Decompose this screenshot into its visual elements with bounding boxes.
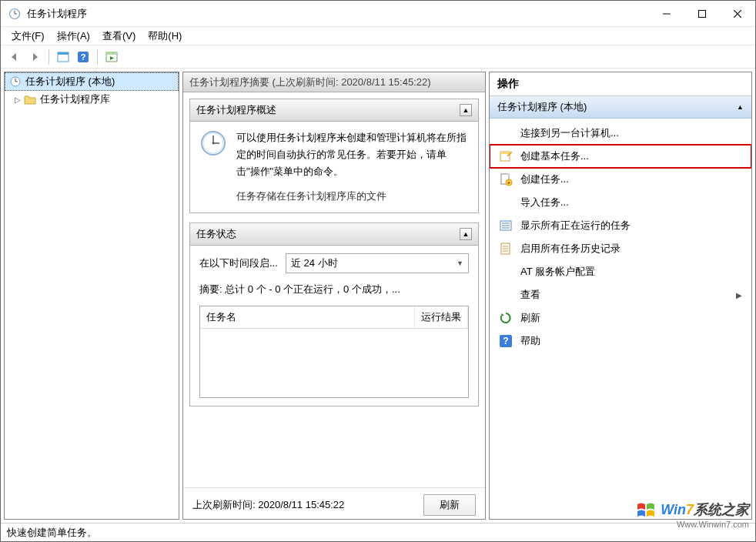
actions-section-header[interactable]: 任务计划程序 (本地) ▲ <box>490 96 751 119</box>
action-show-running[interactable]: 显示所有正在运行的任务 <box>490 214 751 237</box>
action-label: 刷新 <box>520 311 540 325</box>
action-label: 创建任务... <box>520 172 569 186</box>
tree-root[interactable]: 任务计划程序 (本地) <box>5 72 179 91</box>
svg-rect-8 <box>58 52 69 55</box>
svg-point-20 <box>212 142 215 145</box>
blank-icon <box>499 126 513 140</box>
overview-footer: 任务存储在任务计划程序库的文件 <box>236 188 469 205</box>
overview-body: 可以使用任务计划程序来创建和管理计算机将在所指定的时间自动执行的常见任务。若要开… <box>190 122 478 212</box>
statusbar: 快速创建简单任务。 <box>1 523 755 541</box>
tree-library[interactable]: ▷ 任务计划程序库 <box>5 91 179 108</box>
action-create-basic[interactable]: 创建基本任务... <box>490 145 751 168</box>
svg-text:✦: ✦ <box>507 180 511 186</box>
action-label: 创建基本任务... <box>520 149 589 163</box>
refresh-icon <box>499 311 513 325</box>
overview-group: 任务计划程序概述 ▲ 可以使用任务计划程序来创建和管理计算机将在所指定的时间自动… <box>189 99 479 213</box>
toolbar-help-button[interactable]: ? <box>74 48 92 66</box>
table-header-row: 任务名 运行结果 <box>200 306 468 329</box>
action-create-task[interactable]: ✦创建任务... <box>490 168 751 191</box>
folder-icon <box>23 93 37 105</box>
refresh-button[interactable]: 刷新 <box>423 494 476 516</box>
actions-section-title: 任务计划程序 (本地) <box>497 100 587 114</box>
window-title: 任务计划程序 <box>27 7 649 21</box>
blank-icon <box>499 265 513 279</box>
menu-action[interactable]: 操作(A) <box>51 27 96 45</box>
toolbar-separator <box>49 49 49 65</box>
period-dropdown[interactable]: 近 24 小时 ▼ <box>286 253 469 273</box>
main-window: 任务计划程序 文件(F) 操作(A) 查看(V) 帮助(H) ? 任务计划程序 … <box>0 0 756 542</box>
menu-help[interactable]: 帮助(H) <box>142 27 188 45</box>
wizard-icon <box>499 149 513 163</box>
status-row: 在以下时间段启... 近 24 小时 ▼ <box>199 253 469 273</box>
task-table[interactable]: 任务名 运行结果 <box>199 306 469 398</box>
close-button[interactable] <box>720 2 755 26</box>
action-label: 连接到另一台计算机... <box>520 126 619 140</box>
body: 任务计划程序 (本地) ▷ 任务计划程序库 任务计划程序摘要 (上次刷新时间: … <box>1 69 755 523</box>
period-value: 近 24 小时 <box>291 256 338 270</box>
overview-text: 可以使用任务计划程序来创建和管理计算机将在所指定的时间自动执行的常见任务。若要开… <box>236 129 469 180</box>
tree-pane[interactable]: 任务计划程序 (本地) ▷ 任务计划程序库 <box>4 72 179 520</box>
doc-new-icon: ✦ <box>499 172 513 186</box>
back-button[interactable] <box>5 48 24 66</box>
last-refresh-label: 上次刷新时间: 2020/8/11 15:45:22 <box>192 498 344 512</box>
status-header[interactable]: 任务状态 ▲ <box>190 223 478 246</box>
menu-file[interactable]: 文件(F) <box>5 27 51 45</box>
menubar: 文件(F) 操作(A) 查看(V) 帮助(H) <box>1 27 755 45</box>
titlebar: 任务计划程序 <box>1 1 755 27</box>
tree-library-label: 任务计划程序库 <box>40 92 110 106</box>
svg-rect-4 <box>699 10 706 17</box>
action-at-config[interactable]: AT 服务帐户配置 <box>490 260 751 283</box>
menu-view[interactable]: 查看(V) <box>96 27 142 45</box>
action-import[interactable]: 导入任务... <box>490 191 751 214</box>
tree-root-label: 任务计划程序 (本地) <box>25 75 115 89</box>
maximize-button[interactable] <box>684 2 720 26</box>
status-body: 在以下时间段启... 近 24 小时 ▼ 摘要: 总计 0 个 - 0 个正在运… <box>190 246 478 406</box>
toolbar-run-button[interactable] <box>102 48 121 66</box>
overview-header[interactable]: 任务计划程序概述 ▲ <box>190 99 478 122</box>
chevron-down-icon: ▼ <box>457 259 463 267</box>
actions-pane: 操作 任务计划程序 (本地) ▲ 连接到另一台计算机...创建基本任务...✦创… <box>489 72 752 520</box>
expander-icon[interactable]: ▷ <box>12 95 23 104</box>
action-label: 显示所有正在运行的任务 <box>520 219 631 233</box>
clock-icon <box>8 75 22 88</box>
list-icon <box>499 219 513 233</box>
center-body[interactable]: 任务计划程序概述 ▲ 可以使用任务计划程序来创建和管理计算机将在所指定的时间自动… <box>183 92 485 487</box>
window-buttons <box>649 2 755 26</box>
statusbar-text: 快速创建简单任务。 <box>7 526 97 540</box>
forward-button[interactable] <box>25 48 44 66</box>
toolbar-panel-button[interactable] <box>54 48 72 66</box>
center-header: 任务计划程序摘要 (上次刷新时间: 2020/8/11 15:45:22) <box>183 72 485 92</box>
action-label: 帮助 <box>520 334 540 348</box>
svg-text:?: ? <box>81 52 86 62</box>
action-label: 查看 <box>520 288 540 302</box>
minimize-button[interactable] <box>649 2 684 26</box>
svg-rect-22 <box>500 152 510 154</box>
svg-text:?: ? <box>503 336 508 346</box>
center-pane: 任务计划程序摘要 (上次刷新时间: 2020/8/11 15:45:22) 任务… <box>182 72 486 520</box>
chevron-right-icon: ▶ <box>736 291 742 299</box>
action-enable-history[interactable]: 启用所有任务历史记录 <box>490 237 751 260</box>
overview-title: 任务计划程序概述 <box>196 103 276 117</box>
large-clock-icon <box>199 129 227 157</box>
actions-title: 操作 <box>490 72 751 96</box>
status-label: 在以下时间段启... <box>199 256 278 270</box>
col-taskname[interactable]: 任务名 <box>200 306 415 328</box>
col-result[interactable]: 运行结果 <box>415 306 468 328</box>
action-connect[interactable]: 连接到另一台计算机... <box>490 122 751 145</box>
status-group: 任务状态 ▲ 在以下时间段启... 近 24 小时 ▼ 摘要: 总计 0 个 -… <box>189 222 479 406</box>
blank-icon <box>499 196 513 209</box>
collapse-icon[interactable]: ▲ <box>460 104 472 116</box>
collapse-icon[interactable]: ▲ <box>460 228 472 240</box>
action-refresh[interactable]: 刷新 <box>490 306 751 330</box>
blank-icon <box>499 288 513 302</box>
action-help[interactable]: ?帮助 <box>490 330 751 353</box>
collapse-up-icon[interactable]: ▲ <box>737 103 744 111</box>
toolbar-separator-2 <box>97 49 98 65</box>
action-label: 启用所有任务历史记录 <box>520 242 621 256</box>
action-view[interactable]: 查看▶ <box>490 283 751 306</box>
toolbar: ? <box>1 45 755 69</box>
doc-icon <box>499 242 513 256</box>
refresh-row: 上次刷新时间: 2020/8/11 15:45:22 刷新 <box>183 487 485 519</box>
action-label: AT 服务帐户配置 <box>520 265 595 279</box>
svg-rect-12 <box>106 52 117 55</box>
